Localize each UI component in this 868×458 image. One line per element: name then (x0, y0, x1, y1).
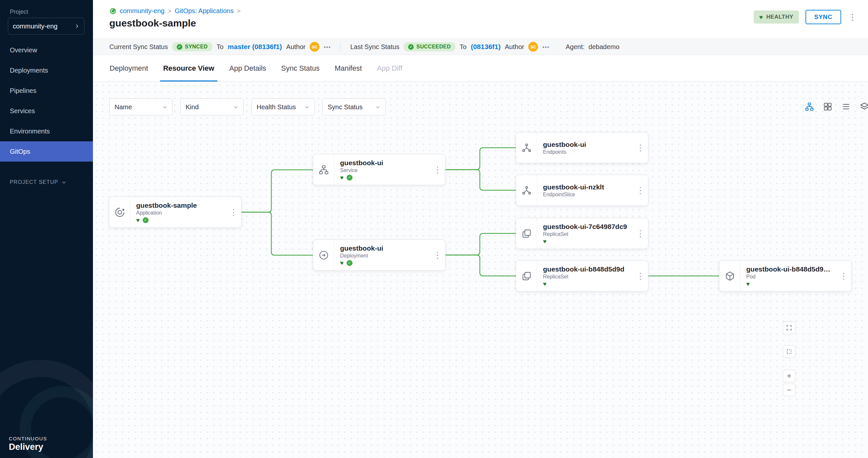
endpoints-icon (516, 132, 537, 163)
sync-button[interactable]: SYNC (805, 10, 841, 24)
agent-label: Agent: (565, 43, 585, 51)
node-status: ♥ (543, 238, 648, 244)
sidebar-item-pipelines[interactable]: Pipelines (0, 80, 93, 101)
healthy-heart-icon: ♥ (543, 281, 547, 287)
page-title: guestbook-sample (109, 18, 196, 29)
author-label: Author (286, 43, 306, 51)
sidebar-item-gitops[interactable]: GitOps (0, 141, 93, 162)
project-label: Project (10, 8, 28, 15)
sidebar-item-environments[interactable]: Environments (0, 121, 93, 141)
page-header: community-eng > GitOps: Applications > g… (93, 0, 868, 39)
grid-view-icon[interactable] (822, 101, 833, 112)
node-menu-icon[interactable]: ⋮ (229, 207, 238, 218)
chevron-down-icon (304, 105, 309, 109)
node-menu-icon[interactable]: ⋮ (433, 165, 442, 175)
node-deployment[interactable]: guestbook-ui Deployment ♥ ✓ ⋮ (313, 239, 445, 270)
tab-app-details[interactable]: App Details (222, 55, 274, 81)
node-replicaset-b848d5d9d[interactable]: guestbook-ui-b848d5d9d ReplicaSet ♥ ⋮ (516, 260, 648, 292)
node-menu-icon[interactable]: ⋮ (636, 271, 645, 281)
kebab-menu-icon[interactable]: ⋮ (848, 12, 857, 22)
resource-graph-canvas: Name Kind Health Status Sync Status (93, 82, 868, 458)
fit-view-button[interactable] (783, 346, 795, 358)
node-service[interactable]: guestbook-ui Service ♥ ✓ ⋮ (313, 154, 445, 185)
filter-health-status-dropdown[interactable]: Health Status (251, 98, 314, 116)
filter-name-dropdown[interactable]: Name (109, 98, 173, 116)
project-setup-expander[interactable]: PROJECT SETUP (10, 179, 66, 185)
author-avatar: SC (528, 42, 538, 52)
breadcrumb-separator: > (168, 7, 172, 15)
node-menu-icon[interactable]: ⋮ (636, 228, 645, 239)
synced-check-icon: ✓ (347, 175, 352, 181)
current-sync-status-label: Current Sync Status (109, 43, 168, 51)
tab-resource-view[interactable]: Resource View (155, 55, 222, 81)
tab-manifest[interactable]: Manifest (327, 55, 369, 81)
filter-sync-status-dropdown[interactable]: Sync Status (322, 98, 385, 116)
node-replicaset-7c64987dc9[interactable]: guestbook-ui-7c64987dc9 ReplicaSet ♥ ⋮ (516, 218, 648, 249)
breadcrumb-applications-link[interactable]: GitOps: Applications (175, 7, 234, 15)
sidebar: Project community-eng Overview Deploymen… (0, 0, 93, 458)
project-selector[interactable]: community-eng (8, 18, 85, 35)
node-endpoints[interactable]: guestbook-ui Endpoints ⋮ (516, 132, 648, 163)
replicaset-icon (516, 261, 537, 291)
product-brand: CONTINUOUS Delivery (9, 436, 47, 452)
view-toggle-group (804, 101, 868, 112)
healthy-heart-icon: ♥ (136, 217, 140, 223)
breadcrumb: community-eng > GitOps: Applications > (109, 7, 241, 15)
sidebar-nav: Overview Deployments Pipelines Services … (0, 40, 93, 162)
pod-icon (719, 261, 740, 291)
more-options-icon[interactable]: ••• (542, 44, 550, 50)
tab-sync-status[interactable]: Sync Status (274, 55, 327, 81)
chevron-right-icon (74, 24, 80, 29)
deployment-icon (313, 240, 334, 270)
main-area: community-eng > GitOps: Applications > g… (93, 0, 868, 458)
project-selector-value: community-eng (13, 23, 58, 30)
tree-view-icon[interactable] (804, 101, 815, 112)
current-target-revision-link[interactable]: master (08136f1) (228, 43, 282, 51)
application-icon (109, 197, 130, 227)
node-menu-icon[interactable]: ⋮ (636, 143, 645, 153)
synced-check-icon: ✓ (143, 217, 149, 223)
tab-app-diff: App Diff (370, 55, 410, 81)
node-status: ♥ ✓ (340, 175, 445, 181)
to-label: To (217, 43, 223, 51)
divider (340, 42, 341, 51)
succeeded-badge: ✓ SUCCEEDED (404, 42, 455, 52)
author-label: Author (505, 43, 524, 51)
healthy-heart-icon: ♥ (340, 175, 344, 181)
filter-bar: Name Kind Health Status Sync Status (109, 98, 385, 116)
service-icon (313, 155, 334, 185)
node-application[interactable]: guestbook-sample Application ♥ ✓ ⋮ (109, 197, 242, 228)
to-label: To (460, 43, 466, 51)
chevron-down-icon (234, 105, 238, 109)
edge-service-endpointslice (445, 170, 516, 190)
last-target-revision-link[interactable]: (08136f1) (471, 43, 500, 51)
node-endpointslice[interactable]: guestbook-ui-nzklt EndpointSlice ⋮ (516, 175, 648, 206)
node-menu-icon[interactable]: ⋮ (636, 185, 645, 196)
node-status: ♥ ✓ (136, 217, 241, 223)
page: Project community-eng Overview Deploymen… (0, 0, 868, 458)
filter-kind-dropdown[interactable]: Kind (180, 98, 244, 116)
sidebar-item-overview[interactable]: Overview (0, 40, 93, 60)
list-view-icon[interactable] (840, 101, 851, 112)
chevron-down-icon (375, 105, 380, 109)
sidebar-item-services[interactable]: Services (0, 101, 93, 121)
chevron-down-icon (62, 180, 66, 185)
node-menu-icon[interactable]: ⋮ (839, 271, 848, 281)
zoom-out-button[interactable]: − (783, 384, 795, 396)
more-options-icon[interactable]: ••• (324, 44, 331, 50)
group-view-icon[interactable] (859, 101, 868, 112)
replicaset-icon (516, 218, 537, 249)
endpointslice-icon (516, 175, 537, 205)
plus-icon: + (787, 371, 792, 381)
synced-badge: ✓ SYNCED (172, 42, 212, 52)
healthy-heart-icon: ♥ (543, 238, 547, 244)
sidebar-item-deployments[interactable]: Deployments (0, 60, 93, 80)
fullscreen-button[interactable] (783, 322, 795, 334)
tab-deployment[interactable]: Deployment (102, 55, 155, 81)
node-pod[interactable]: guestbook-ui-b848d5d9… Pod ♥ ⋮ (719, 260, 851, 292)
breadcrumb-project-link[interactable]: community-eng (120, 7, 165, 15)
zoom-in-button[interactable]: + (783, 370, 795, 382)
heart-icon: ♥ (760, 14, 763, 20)
node-menu-icon[interactable]: ⋮ (433, 250, 442, 260)
healthy-heart-icon: ♥ (746, 281, 750, 287)
